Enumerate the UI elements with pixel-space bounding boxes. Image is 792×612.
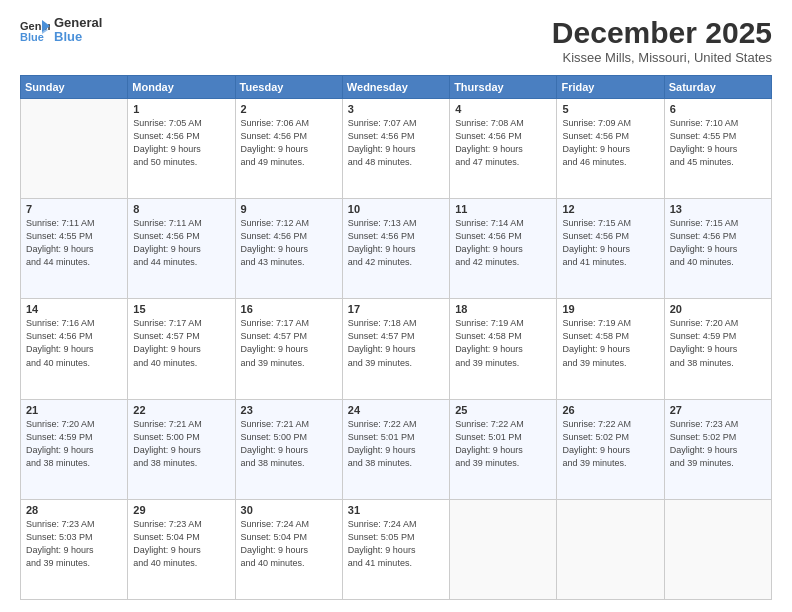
day-number: 2 <box>241 103 337 115</box>
day-info: Sunrise: 7:06 AM Sunset: 4:56 PM Dayligh… <box>241 117 337 169</box>
day-info: Sunrise: 7:21 AM Sunset: 5:00 PM Dayligh… <box>133 418 229 470</box>
day-info: Sunrise: 7:19 AM Sunset: 4:58 PM Dayligh… <box>562 317 658 369</box>
day-number: 17 <box>348 303 444 315</box>
calendar-cell: 19Sunrise: 7:19 AM Sunset: 4:58 PM Dayli… <box>557 299 664 399</box>
weekday-header: Saturday <box>664 76 771 99</box>
day-info: Sunrise: 7:11 AM Sunset: 4:56 PM Dayligh… <box>133 217 229 269</box>
header: General Blue General Blue December 2025 … <box>20 16 772 65</box>
calendar-cell <box>450 499 557 599</box>
day-number: 9 <box>241 203 337 215</box>
logo-line1: General <box>54 16 102 30</box>
day-number: 12 <box>562 203 658 215</box>
day-info: Sunrise: 7:17 AM Sunset: 4:57 PM Dayligh… <box>241 317 337 369</box>
weekday-header: Sunday <box>21 76 128 99</box>
day-info: Sunrise: 7:22 AM Sunset: 5:01 PM Dayligh… <box>455 418 551 470</box>
day-number: 29 <box>133 504 229 516</box>
day-info: Sunrise: 7:24 AM Sunset: 5:04 PM Dayligh… <box>241 518 337 570</box>
calendar-cell <box>664 499 771 599</box>
day-number: 18 <box>455 303 551 315</box>
day-number: 4 <box>455 103 551 115</box>
calendar-cell: 28Sunrise: 7:23 AM Sunset: 5:03 PM Dayli… <box>21 499 128 599</box>
calendar: SundayMondayTuesdayWednesdayThursdayFrid… <box>20 75 772 600</box>
subtitle: Kissee Mills, Missouri, United States <box>552 50 772 65</box>
calendar-cell: 25Sunrise: 7:22 AM Sunset: 5:01 PM Dayli… <box>450 399 557 499</box>
day-info: Sunrise: 7:18 AM Sunset: 4:57 PM Dayligh… <box>348 317 444 369</box>
day-number: 10 <box>348 203 444 215</box>
calendar-week-row: 28Sunrise: 7:23 AM Sunset: 5:03 PM Dayli… <box>21 499 772 599</box>
calendar-week-row: 1Sunrise: 7:05 AM Sunset: 4:56 PM Daylig… <box>21 99 772 199</box>
weekday-header: Monday <box>128 76 235 99</box>
calendar-cell: 3Sunrise: 7:07 AM Sunset: 4:56 PM Daylig… <box>342 99 449 199</box>
weekday-header: Friday <box>557 76 664 99</box>
calendar-week-row: 7Sunrise: 7:11 AM Sunset: 4:55 PM Daylig… <box>21 199 772 299</box>
calendar-cell: 6Sunrise: 7:10 AM Sunset: 4:55 PM Daylig… <box>664 99 771 199</box>
day-number: 11 <box>455 203 551 215</box>
calendar-cell: 10Sunrise: 7:13 AM Sunset: 4:56 PM Dayli… <box>342 199 449 299</box>
calendar-cell: 8Sunrise: 7:11 AM Sunset: 4:56 PM Daylig… <box>128 199 235 299</box>
main-title: December 2025 <box>552 16 772 50</box>
day-info: Sunrise: 7:15 AM Sunset: 4:56 PM Dayligh… <box>670 217 766 269</box>
calendar-cell: 30Sunrise: 7:24 AM Sunset: 5:04 PM Dayli… <box>235 499 342 599</box>
calendar-week-row: 21Sunrise: 7:20 AM Sunset: 4:59 PM Dayli… <box>21 399 772 499</box>
day-number: 24 <box>348 404 444 416</box>
calendar-cell: 9Sunrise: 7:12 AM Sunset: 4:56 PM Daylig… <box>235 199 342 299</box>
calendar-cell: 29Sunrise: 7:23 AM Sunset: 5:04 PM Dayli… <box>128 499 235 599</box>
calendar-cell: 5Sunrise: 7:09 AM Sunset: 4:56 PM Daylig… <box>557 99 664 199</box>
day-info: Sunrise: 7:17 AM Sunset: 4:57 PM Dayligh… <box>133 317 229 369</box>
day-number: 21 <box>26 404 122 416</box>
day-info: Sunrise: 7:09 AM Sunset: 4:56 PM Dayligh… <box>562 117 658 169</box>
calendar-cell: 1Sunrise: 7:05 AM Sunset: 4:56 PM Daylig… <box>128 99 235 199</box>
calendar-cell: 13Sunrise: 7:15 AM Sunset: 4:56 PM Dayli… <box>664 199 771 299</box>
page: General Blue General Blue December 2025 … <box>0 0 792 612</box>
calendar-week-row: 14Sunrise: 7:16 AM Sunset: 4:56 PM Dayli… <box>21 299 772 399</box>
day-number: 13 <box>670 203 766 215</box>
day-number: 3 <box>348 103 444 115</box>
day-number: 28 <box>26 504 122 516</box>
day-info: Sunrise: 7:14 AM Sunset: 4:56 PM Dayligh… <box>455 217 551 269</box>
day-info: Sunrise: 7:20 AM Sunset: 4:59 PM Dayligh… <box>670 317 766 369</box>
calendar-cell <box>557 499 664 599</box>
weekday-header: Thursday <box>450 76 557 99</box>
day-number: 19 <box>562 303 658 315</box>
calendar-cell: 14Sunrise: 7:16 AM Sunset: 4:56 PM Dayli… <box>21 299 128 399</box>
calendar-cell: 20Sunrise: 7:20 AM Sunset: 4:59 PM Dayli… <box>664 299 771 399</box>
calendar-cell: 21Sunrise: 7:20 AM Sunset: 4:59 PM Dayli… <box>21 399 128 499</box>
calendar-cell: 26Sunrise: 7:22 AM Sunset: 5:02 PM Dayli… <box>557 399 664 499</box>
day-info: Sunrise: 7:10 AM Sunset: 4:55 PM Dayligh… <box>670 117 766 169</box>
day-number: 31 <box>348 504 444 516</box>
day-number: 14 <box>26 303 122 315</box>
day-number: 5 <box>562 103 658 115</box>
day-number: 16 <box>241 303 337 315</box>
day-info: Sunrise: 7:19 AM Sunset: 4:58 PM Dayligh… <box>455 317 551 369</box>
calendar-cell: 2Sunrise: 7:06 AM Sunset: 4:56 PM Daylig… <box>235 99 342 199</box>
day-info: Sunrise: 7:15 AM Sunset: 4:56 PM Dayligh… <box>562 217 658 269</box>
day-info: Sunrise: 7:23 AM Sunset: 5:02 PM Dayligh… <box>670 418 766 470</box>
calendar-cell: 18Sunrise: 7:19 AM Sunset: 4:58 PM Dayli… <box>450 299 557 399</box>
day-info: Sunrise: 7:12 AM Sunset: 4:56 PM Dayligh… <box>241 217 337 269</box>
day-number: 25 <box>455 404 551 416</box>
calendar-cell: 7Sunrise: 7:11 AM Sunset: 4:55 PM Daylig… <box>21 199 128 299</box>
day-info: Sunrise: 7:07 AM Sunset: 4:56 PM Dayligh… <box>348 117 444 169</box>
calendar-cell: 31Sunrise: 7:24 AM Sunset: 5:05 PM Dayli… <box>342 499 449 599</box>
logo-line2: Blue <box>54 30 102 44</box>
weekday-header: Tuesday <box>235 76 342 99</box>
calendar-cell: 24Sunrise: 7:22 AM Sunset: 5:01 PM Dayli… <box>342 399 449 499</box>
title-block: December 2025 Kissee Mills, Missouri, Un… <box>552 16 772 65</box>
day-number: 7 <box>26 203 122 215</box>
day-info: Sunrise: 7:08 AM Sunset: 4:56 PM Dayligh… <box>455 117 551 169</box>
day-info: Sunrise: 7:11 AM Sunset: 4:55 PM Dayligh… <box>26 217 122 269</box>
calendar-cell: 16Sunrise: 7:17 AM Sunset: 4:57 PM Dayli… <box>235 299 342 399</box>
calendar-cell: 15Sunrise: 7:17 AM Sunset: 4:57 PM Dayli… <box>128 299 235 399</box>
day-info: Sunrise: 7:24 AM Sunset: 5:05 PM Dayligh… <box>348 518 444 570</box>
logo: General Blue General Blue <box>20 16 102 45</box>
day-number: 23 <box>241 404 337 416</box>
weekday-header: Wednesday <box>342 76 449 99</box>
day-number: 6 <box>670 103 766 115</box>
calendar-cell: 4Sunrise: 7:08 AM Sunset: 4:56 PM Daylig… <box>450 99 557 199</box>
day-number: 15 <box>133 303 229 315</box>
day-info: Sunrise: 7:23 AM Sunset: 5:03 PM Dayligh… <box>26 518 122 570</box>
calendar-cell: 23Sunrise: 7:21 AM Sunset: 5:00 PM Dayli… <box>235 399 342 499</box>
day-info: Sunrise: 7:05 AM Sunset: 4:56 PM Dayligh… <box>133 117 229 169</box>
day-info: Sunrise: 7:20 AM Sunset: 4:59 PM Dayligh… <box>26 418 122 470</box>
day-number: 20 <box>670 303 766 315</box>
